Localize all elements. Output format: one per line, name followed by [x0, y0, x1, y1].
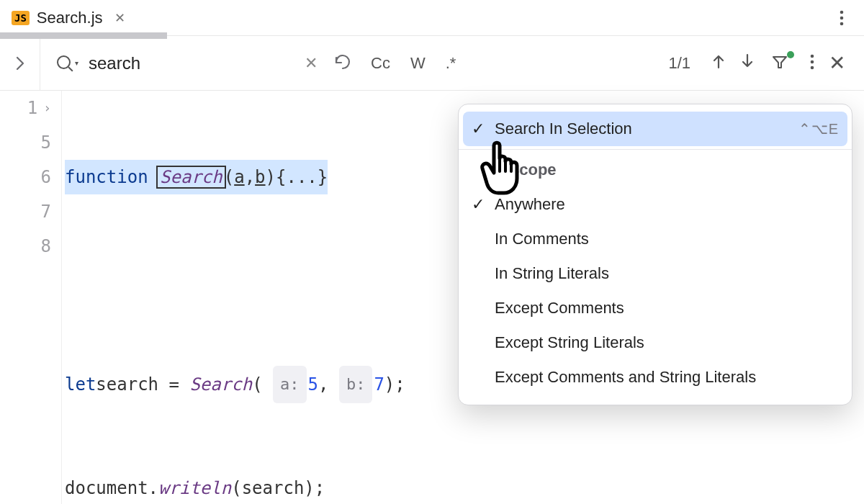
tab-bar: JS Search.js ✕	[0, 0, 864, 36]
gutter-line[interactable]: 1›	[0, 91, 51, 125]
search-input[interactable]	[89, 53, 297, 73]
search-history-button[interactable]: ▾	[40, 55, 89, 72]
check-icon: ✓	[472, 120, 495, 138]
popup-item-except-comments-and-string-literals[interactable]: Except Comments and String Literals	[459, 360, 852, 395]
search-icon	[56, 55, 73, 72]
popup-item-except-string-literals[interactable]: Except String Literals	[459, 325, 852, 360]
tab-progress-indicator	[0, 32, 167, 39]
next-match-icon[interactable]	[737, 52, 758, 75]
popup-item-in-comments[interactable]: In Comments	[459, 222, 852, 256]
code-line[interactable]	[65, 264, 405, 298]
gutter-line[interactable]: 6	[0, 160, 51, 194]
js-file-icon: JS	[12, 11, 30, 25]
expand-search-icon[interactable]	[0, 36, 40, 90]
svg-point-4	[811, 60, 814, 63]
search-more-menu[interactable]	[801, 54, 823, 73]
svg-point-2	[840, 22, 844, 25]
separator	[459, 149, 852, 150]
line-gutter: 1› 5 6 7 8	[0, 91, 62, 504]
gutter-line[interactable]: 7	[0, 194, 51, 229]
popup-heading: h Scope	[459, 153, 852, 187]
gutter-line[interactable]: 5	[0, 125, 51, 160]
svg-point-3	[811, 54, 814, 58]
popup-item-except-comments[interactable]: Except Comments	[459, 291, 852, 325]
previous-search-icon[interactable]	[325, 53, 361, 74]
svg-point-5	[811, 66, 814, 69]
inlay-hint: a:	[273, 366, 307, 403]
keyboard-shortcut: ⌃⌥E	[798, 120, 839, 138]
file-tab[interactable]: JS Search.js ✕	[0, 0, 137, 35]
search-option-toggles: Cc W .*	[361, 51, 466, 76]
match-word-toggle[interactable]: W	[405, 51, 431, 76]
code-area[interactable]: function Search(a,b){...} let search = S…	[62, 91, 405, 504]
match-case-toggle[interactable]: Cc	[365, 51, 396, 76]
code-line[interactable]: let search = Search( a: 5, b: 7);	[65, 367, 405, 402]
gutter-line[interactable]: 8	[0, 229, 51, 264]
clear-search-icon[interactable]: ✕	[297, 54, 325, 73]
fold-icon[interactable]: ›	[43, 91, 51, 125]
close-tab-icon[interactable]: ✕	[114, 10, 125, 26]
popup-item-anywhere[interactable]: ✓ Anywhere	[459, 187, 852, 222]
filter-button[interactable]	[765, 52, 794, 75]
svg-point-1	[840, 16, 844, 19]
top-more-menu[interactable]	[827, 10, 857, 26]
popup-item-in-string-literals[interactable]: In String Literals	[459, 256, 852, 291]
find-toolbar: ▾ ✕ Cc W .* 1/1 ✕	[0, 36, 864, 91]
check-icon: ✓	[472, 195, 495, 214]
inlay-hint: b:	[339, 366, 373, 403]
tab-filename: Search.js	[37, 9, 103, 27]
prev-match-icon[interactable]	[708, 52, 729, 75]
code-line[interactable]: function Search(a,b){...}	[65, 160, 405, 194]
code-line[interactable]: document.writeln(search);	[65, 471, 405, 504]
svg-point-0	[840, 10, 844, 14]
close-search-icon[interactable]: ✕	[823, 50, 851, 76]
filter-popup: ✓ Search In Selection ⌃⌥E h Scope ✓ Anyw…	[458, 104, 852, 405]
popup-item-search-in-selection[interactable]: ✓ Search In Selection ⌃⌥E	[463, 112, 847, 146]
search-match: Search	[156, 166, 226, 189]
regex-toggle[interactable]: .*	[440, 51, 462, 76]
chevron-down-icon: ▾	[75, 59, 78, 67]
match-counter: 1/1	[651, 54, 708, 73]
filter-active-badge	[787, 51, 794, 58]
